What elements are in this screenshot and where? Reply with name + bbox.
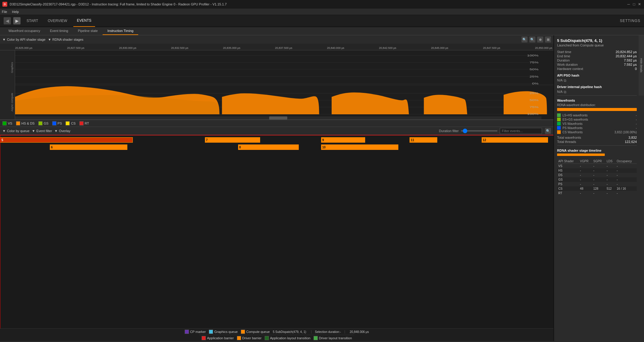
sgpr-cell: - [592, 191, 605, 195]
legend-app-barrier: Application barrier [202, 336, 234, 340]
tab-instruction-timing[interactable]: Instruction Timing [103, 27, 138, 35]
ruler-tick-3: 20,832.500 μs [171, 46, 188, 49]
shader-table: API Shader VGPR SGPR LDS Occupancy VS---… [557, 159, 637, 195]
tab-wavefront-occupancy[interactable]: Wavefront occupancy [4, 27, 45, 35]
lds-cell: - [605, 168, 615, 173]
driver-hash-title: Driver internal pipeline hash [557, 85, 637, 89]
tab-pipeline-state[interactable]: Pipeline state [73, 27, 103, 35]
window-controls: ─ □ ✕ [626, 2, 642, 6]
event-bar-11[interactable]: 11 [410, 137, 437, 143]
window-title: D3D12SimpleClassify-20230717-094421.rgp … [10, 2, 624, 6]
occupancy-cell: - [615, 164, 637, 169]
chevron-down-icon-4: ▼ [32, 129, 35, 133]
api-pso-hash-title: API PSO hash [557, 74, 637, 77]
shader-cell: VS [557, 164, 579, 169]
color-by-api-toggle[interactable]: ▼ Color by API shader stage [2, 38, 46, 41]
event-7-label: 7 [206, 138, 208, 142]
color-by-queue-label: Color by queue [7, 129, 30, 133]
stage-timeline-bar [557, 154, 605, 156]
legend-cs-color [65, 121, 70, 125]
filter-events-input[interactable] [500, 128, 542, 134]
shader-table-row: VS---- [557, 164, 637, 169]
driver-barrier-color [237, 336, 241, 340]
sgpr-cell: 128 [592, 186, 605, 191]
zoom-in-button[interactable]: 🔍 [521, 36, 528, 43]
lds-cell: 512 [605, 186, 615, 191]
filter-search-button[interactable]: 🔍 [545, 128, 551, 134]
timeline-top-indicator [0, 135, 553, 135]
legend-graphics-queue: Graphics queue [209, 330, 238, 334]
waveform-scrollbar[interactable] [15, 116, 541, 119]
nav-start[interactable]: START [23, 15, 42, 27]
cp-marker-color [185, 330, 189, 334]
event-10-label: 10 [322, 146, 326, 149]
duration-filter-slider[interactable] [461, 130, 497, 131]
event-controls-bar: ▼ Color by queue ▼ Event filter ▼ Overla… [0, 127, 553, 135]
menubar: File Help [0, 8, 644, 15]
api-pso-hash-row: N/A [557, 78, 637, 82]
zoom-reset-button[interactable]: ⊕ [537, 36, 543, 43]
detail-subtitle: Launched from Compute queue [557, 43, 637, 47]
back-button[interactable]: ◀ [4, 17, 11, 24]
legend-vs-label: VS [8, 122, 12, 125]
scrollbar-thumb[interactable] [269, 116, 287, 119]
minimize-button[interactable]: ─ [626, 2, 631, 6]
nav-overview[interactable]: OVERVIEW [44, 15, 71, 27]
event-bar-7[interactable]: 7 [205, 137, 260, 143]
cs-wave-label: CS Wavefronts [563, 131, 583, 134]
shader-table-row: PS---- [557, 182, 637, 186]
close-button[interactable]: ✕ [637, 2, 642, 6]
svg-text:50%: 50% [530, 68, 539, 71]
lds-cell: - [605, 191, 615, 195]
vgpr-cell: - [579, 177, 592, 182]
legend-vs-color [2, 121, 7, 125]
maximize-button[interactable]: □ [632, 2, 636, 6]
occupancy-cell: - [615, 191, 637, 195]
api-pso-copy-icon[interactable] [564, 78, 567, 82]
color-by-queue-toggle[interactable]: ▼ Color by queue [2, 129, 30, 133]
event-8-label: 8 [239, 146, 241, 149]
occupancy-col-header: Occupancy [615, 159, 637, 164]
event-timeline-area[interactable]: 5 7 9 11 12 [0, 135, 553, 328]
svg-text:100%: 100% [527, 54, 538, 57]
driver-hash-row: N/A [557, 90, 637, 93]
occupancy-cell: 16 / 16 [615, 186, 637, 191]
event-bar-8[interactable]: 8 [238, 144, 299, 150]
driver-hash-value: N/A [557, 90, 563, 93]
rdna-stages-toggle[interactable]: ▼ RDNA shader stages [48, 38, 84, 41]
legend-hs-ds-label: HS & DS [21, 122, 35, 125]
menu-help[interactable]: Help [12, 10, 19, 14]
event-bar-5[interactable]: 5 [0, 137, 133, 143]
app-barrier-color [202, 336, 206, 340]
chevron-down-icon-3: ▼ [2, 129, 6, 133]
vgpr-cell: 48 [579, 186, 592, 191]
driver-hash-copy-icon[interactable] [564, 90, 567, 93]
duration-label: Duration [557, 59, 570, 62]
total-threads-row: Total threads 122,624 [557, 140, 637, 144]
occupancy-cell: - [615, 173, 637, 177]
legend-ps: PS [52, 121, 62, 125]
sgpr-cell: - [592, 177, 605, 182]
ls-hs-color [557, 113, 561, 117]
event-bar-10[interactable]: 10 [321, 144, 399, 150]
overlay-label: Overlay [59, 129, 70, 133]
forward-button[interactable]: ▶ [13, 17, 21, 24]
event-bar-9[interactable]: 9 [321, 137, 365, 143]
legend-gs: GS [38, 121, 49, 125]
zoom-fit-button[interactable]: ⊞ [545, 36, 551, 43]
overlay-toggle[interactable]: ▼ Overlay [54, 129, 70, 133]
status-bar: CP marker Graphics queue Compute queue 5… [0, 328, 553, 341]
event-filter-toggle[interactable]: ▼ Event filter [32, 129, 52, 133]
zoom-out-button[interactable]: 🔍 [529, 36, 535, 43]
rdna-stages-label: RDNA shader stages [53, 38, 84, 41]
tab-event-timing[interactable]: Event timing [45, 27, 73, 35]
legend-cs-label: CS [71, 122, 75, 125]
nav-events[interactable]: EVENTS [73, 15, 95, 27]
event-bar-12[interactable]: 12 [482, 137, 548, 143]
settings-nav[interactable]: SETTINGS [620, 19, 640, 23]
hide-details-button[interactable]: Hide details [639, 35, 644, 96]
ruler-tick-2: 20,830.000 μs [119, 46, 136, 49]
total-wavefronts-row: Total wavefronts 3,832 [557, 136, 637, 139]
menu-file[interactable]: File [2, 10, 7, 14]
event-bar-6[interactable]: 6 [50, 144, 127, 150]
